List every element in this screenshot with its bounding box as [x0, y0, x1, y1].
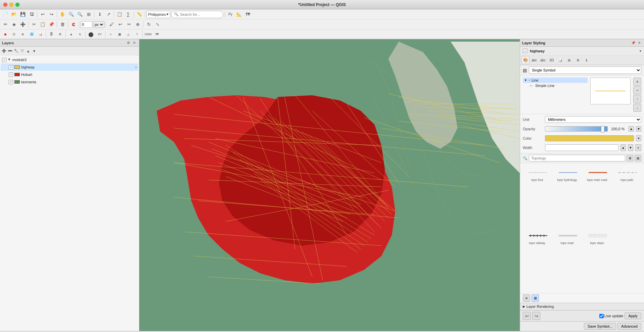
- symbol-cell-topo-hydrology[interactable]: topo hydrology: [553, 166, 581, 228]
- openstreetmap-btn[interactable]: OSM: [144, 30, 152, 38]
- remove-symbol-layer-btn[interactable]: −: [633, 86, 641, 94]
- group-checkbox[interactable]: [2, 58, 6, 62]
- highway-checkbox[interactable]: [9, 65, 13, 69]
- layer-rendering-header[interactable]: ▶ Layer Rendering: [520, 303, 644, 310]
- collapse-all-btn[interactable]: ▲: [26, 48, 31, 54]
- open-project-btn[interactable]: 📂: [10, 10, 18, 18]
- list-view-btn[interactable]: ≡: [523, 294, 530, 302]
- opacity-slider[interactable]: [545, 126, 608, 132]
- styling-pin-btn[interactable]: 📌: [631, 40, 636, 46]
- tab-icon-rendering[interactable]: ⚙: [574, 56, 582, 64]
- digitize-btn[interactable]: 🖊: [107, 20, 116, 29]
- styling-layer-checkbox[interactable]: [523, 49, 527, 53]
- width-expr-btn[interactable]: ε: [635, 144, 641, 151]
- minimize-button[interactable]: [9, 3, 13, 7]
- reshape-btn[interactable]: ↩: [116, 20, 124, 29]
- copy-btn[interactable]: 📋: [39, 20, 47, 29]
- processing-btn[interactable]: ⚙: [56, 30, 64, 38]
- styling-dropdown-arrow[interactable]: ▾: [640, 49, 641, 53]
- database-btn[interactable]: 🗄: [47, 30, 55, 38]
- delete-selected-btn[interactable]: 🗑: [58, 20, 66, 29]
- vector-btn[interactable]: △: [124, 30, 132, 38]
- georef-btn[interactable]: ⊹: [107, 30, 115, 38]
- rotate-btn[interactable]: ↻: [145, 20, 153, 29]
- live-update-checkbox[interactable]: [599, 314, 604, 318]
- python-console-btn[interactable]: Py: [226, 10, 234, 18]
- color-dropdown-btn[interactable]: ▾: [636, 135, 641, 141]
- remove-layer-btn[interactable]: ➖: [7, 48, 13, 54]
- opacity-down-btn[interactable]: ▼: [636, 126, 641, 132]
- saga-btn[interactable]: S: [76, 30, 84, 38]
- symbol-cell-topo-road[interactable]: topo road: [553, 229, 581, 291]
- new-project-btn[interactable]: 📄: [1, 10, 9, 18]
- layer-row-hobart[interactable]: Hobart: [1, 71, 138, 78]
- split-btn[interactable]: ✂: [125, 20, 133, 29]
- search-input[interactable]: [180, 12, 220, 16]
- edit-pencil-btn[interactable]: ✏: [1, 20, 9, 29]
- color-swatch[interactable]: [545, 135, 634, 141]
- symbol-tree-row-simpleline[interactable]: — Simple Line: [523, 83, 588, 88]
- panel-close-btn[interactable]: ✕: [132, 40, 137, 46]
- attribute-table-btn[interactable]: 📋: [116, 10, 124, 18]
- symbol-cell-topo-railway[interactable]: topo railway: [523, 229, 551, 291]
- opacity-handle[interactable]: [601, 126, 604, 133]
- add-symbol-layer-btn[interactable]: +: [633, 78, 641, 86]
- merge-btn[interactable]: ⊕: [134, 20, 142, 29]
- move-down-btn[interactable]: ↓: [633, 104, 641, 112]
- color-swatch-container[interactable]: [545, 135, 634, 141]
- symbol-cell-topo-foot[interactable]: topo foot: [523, 166, 551, 228]
- layer-group-row[interactable]: ▼ module3: [1, 56, 138, 63]
- search-box[interactable]: 🔍: [171, 11, 223, 18]
- expand-all-btn[interactable]: ▼: [32, 48, 37, 54]
- grass-btn[interactable]: ▲: [67, 30, 75, 38]
- plugin-btn-5[interactable]: 📊: [36, 30, 44, 38]
- size-input[interactable]: 0: [81, 21, 92, 28]
- scale-btn[interactable]: ⤡: [153, 20, 162, 29]
- apply-button[interactable]: Apply: [625, 313, 641, 319]
- open-properties-btn[interactable]: 🔧: [13, 48, 19, 54]
- unit-select-dropdown[interactable]: Millimeters: [545, 116, 641, 123]
- node-tool-btn[interactable]: ◈: [10, 20, 18, 29]
- styling-undo-btn[interactable]: ↩: [523, 312, 531, 320]
- add-layer-btn[interactable]: ➕: [1, 48, 7, 54]
- plugin-btn-4[interactable]: 🌐: [28, 30, 36, 38]
- tab-icon-mask[interactable]: abc: [539, 56, 547, 64]
- atlas-btn[interactable]: 🗺: [244, 10, 252, 18]
- layer-row-tasmania[interactable]: tasmania: [1, 78, 138, 86]
- panel-config-btn[interactable]: ⚙: [126, 40, 131, 46]
- zoom-full-btn[interactable]: ⊞: [85, 10, 93, 18]
- identify-btn[interactable]: ℹ: [96, 10, 104, 18]
- help-btn[interactable]: ?: [133, 30, 141, 38]
- maximize-button[interactable]: [15, 3, 19, 7]
- sym-search-config-btn[interactable]: ⚙: [627, 155, 633, 161]
- symbol-type-dropdown[interactable]: Single Symbol: [529, 66, 641, 74]
- close-button[interactable]: [3, 3, 7, 7]
- save-as-btn[interactable]: 🖫: [28, 10, 36, 18]
- measure-btn[interactable]: 📏: [135, 10, 143, 18]
- filter-layer-btn[interactable]: ▽: [19, 48, 25, 54]
- tab-icon-diagram[interactable]: 📊: [556, 56, 564, 64]
- layer-row-highway[interactable]: highway ≡: [1, 63, 138, 71]
- layout-btn[interactable]: 📐: [235, 10, 243, 18]
- symbol-cell-topo-path[interactable]: topo path: [613, 166, 641, 228]
- unit-select[interactable]: px: [93, 21, 104, 28]
- zoom-out-btn[interactable]: 🔍: [76, 10, 84, 18]
- tasmania-checkbox[interactable]: [9, 80, 13, 84]
- map-area[interactable]: [139, 39, 520, 331]
- zoom-in-btn[interactable]: 🔍: [67, 10, 75, 18]
- plugin-btn-2[interactable]: ⊡: [10, 30, 18, 38]
- location-combo[interactable]: Philippines ▾: [146, 11, 170, 18]
- field-calc-btn[interactable]: ∑: [124, 10, 132, 18]
- undo-btn[interactable]: ↩: [39, 10, 47, 18]
- map-canvas[interactable]: [139, 39, 520, 331]
- symbol-cell-topo-main-road[interactable]: topo main road: [583, 166, 611, 228]
- opacity-up-btn[interactable]: ▲: [629, 126, 634, 132]
- save-project-btn[interactable]: 💾: [19, 10, 27, 18]
- width-down-btn[interactable]: ▼: [628, 144, 633, 151]
- styling-close-btn[interactable]: ✕: [637, 40, 642, 46]
- plugin-btn-3[interactable]: ⊕: [19, 30, 27, 38]
- redo-btn[interactable]: ↪: [47, 10, 55, 18]
- advanced-button[interactable]: Advanced: [617, 323, 641, 330]
- styling-redo-btn[interactable]: ↪: [532, 312, 540, 320]
- save-symbol-button[interactable]: Save Symbol...: [584, 323, 616, 330]
